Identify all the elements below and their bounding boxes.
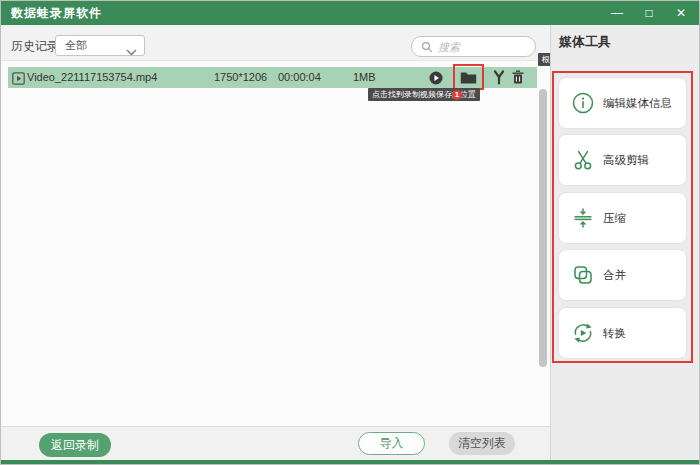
merge-button[interactable]: 合并: [558, 249, 687, 301]
advanced-clip-button[interactable]: 高级剪辑: [558, 134, 687, 186]
delete-trash-button[interactable]: [511, 70, 525, 89]
file-list: Video_221117153754.mp4 1750*1206 00:00:0…: [1, 61, 550, 426]
wrench-tools-button[interactable]: [492, 70, 506, 89]
folder-tooltip: 点击找到录制视频保存的位置: [368, 88, 480, 101]
tool-label: 高级剪辑: [603, 153, 649, 168]
table-row[interactable]: Video_221117153754.mp4 1750*1206 00:00:0…: [8, 67, 537, 88]
maximize-icon[interactable]: □: [641, 1, 657, 25]
folder-tooltip-step-badge: 1: [452, 90, 462, 100]
media-tools-panel: 媒体工具 编辑媒体信息 高级剪辑 压缩 合并 转换: [551, 25, 700, 460]
search-box: [411, 36, 536, 57]
back-to-record-button[interactable]: 返回录制: [39, 433, 111, 457]
file-size: 1MB: [353, 67, 376, 88]
window-controls: — □ ✕: [609, 1, 689, 25]
tool-label: 编辑媒体信息: [603, 96, 672, 111]
open-folder-button[interactable]: [460, 71, 477, 89]
titlebar: 数据蛙录屏软件 — □ ✕: [1, 1, 699, 25]
tool-label: 压缩: [603, 211, 626, 226]
compress-icon: [571, 206, 595, 230]
tool-label: 合并: [603, 268, 626, 283]
media-tools-title: 媒体工具: [559, 33, 611, 51]
play-button[interactable]: [429, 71, 443, 89]
history-label: 历史记录: [11, 38, 59, 55]
tool-label: 转换: [603, 326, 626, 341]
app-title: 数据蛙录屏软件: [11, 1, 102, 25]
file-duration: 00:00:04: [278, 67, 321, 88]
toolbar: 历史记录 全部: [1, 25, 550, 61]
video-file-icon: [12, 71, 25, 89]
file-resolution: 1750*1206: [214, 67, 267, 88]
clear-list-button[interactable]: 清空列表: [449, 432, 515, 455]
app-window: 数据蛙录屏软件 — □ ✕ 历史记录 全部 Video_221117153754…: [0, 0, 700, 465]
info-circle-icon: [571, 91, 595, 115]
compress-button[interactable]: 压缩: [558, 192, 687, 244]
edit-media-info-button[interactable]: 编辑媒体信息: [558, 77, 687, 129]
import-button[interactable]: 导入: [358, 432, 425, 455]
convert-button[interactable]: 转换: [558, 307, 687, 359]
close-icon[interactable]: ✕: [673, 1, 689, 25]
footer-bar: 返回录制 导入 清空列表: [1, 426, 550, 460]
scissors-icon: [571, 148, 595, 172]
merge-icon: [571, 263, 595, 287]
bottom-accent-strip: [1, 460, 700, 465]
minimize-icon[interactable]: —: [609, 1, 625, 25]
history-filter-dropdown[interactable]: 全部: [55, 35, 145, 56]
search-icon: [421, 41, 433, 53]
search-input[interactable]: [438, 38, 530, 55]
file-name: Video_221117153754.mp4: [27, 67, 157, 88]
chevron-down-icon: [126, 42, 137, 60]
scrollbar-thumb[interactable]: [539, 89, 547, 367]
filter-selected-value: 全部: [65, 36, 87, 55]
convert-icon: [571, 321, 595, 345]
